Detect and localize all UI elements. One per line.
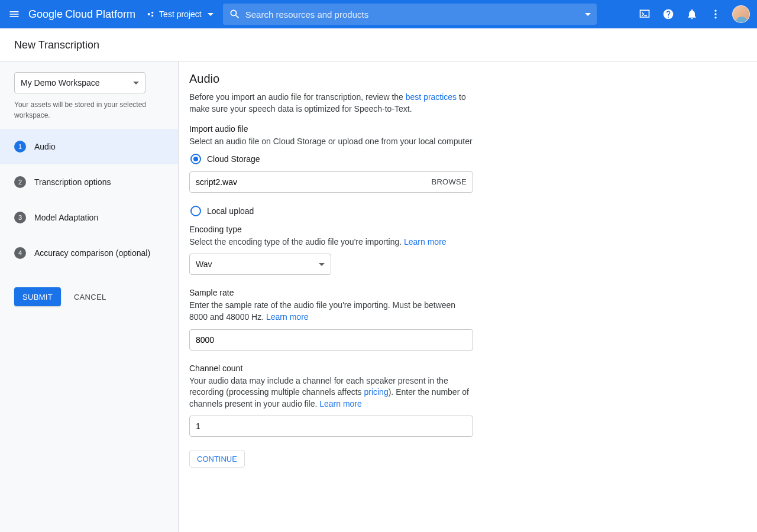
- hamburger-menu-icon[interactable]: [7, 7, 21, 21]
- step-label: Accuracy comparison (optional): [34, 248, 150, 258]
- project-name: Test project: [159, 9, 202, 19]
- audio-file-input-wrap: BROWSE: [189, 171, 473, 193]
- radio-local-upload[interactable]: Local upload: [190, 206, 473, 216]
- channel-count-desc: Your audio data may include a channel fo…: [189, 375, 473, 410]
- search-bar[interactable]: [223, 4, 597, 25]
- project-selector[interactable]: Test project: [146, 9, 213, 19]
- radio-checked-icon: [190, 154, 201, 164]
- encoding-label: Encoding type: [189, 225, 473, 234]
- search-icon: [229, 8, 241, 20]
- step-model-adaptation[interactable]: 3 Model Adaptation: [0, 200, 178, 235]
- channel-count-input-wrap: [189, 416, 473, 437]
- cloud-shell-icon[interactable]: [638, 7, 652, 21]
- encoding-desc: Select the encoding type of the audio fi…: [189, 236, 473, 248]
- step-label: Transcription options: [34, 177, 111, 187]
- import-audio-label: Import audio file: [189, 124, 473, 134]
- sidebar: My Demo Workspace Your assets will be st…: [0, 61, 179, 532]
- step-number: 1: [14, 141, 26, 153]
- search-input[interactable]: [245, 9, 580, 20]
- page-title: New Transcription: [0, 28, 757, 61]
- step-accuracy-comparison[interactable]: 4 Accuracy comparison (optional): [0, 235, 178, 271]
- audio-intro: Before you import an audio file for tran…: [189, 92, 473, 115]
- step-number: 2: [14, 176, 26, 188]
- best-practices-link[interactable]: best practices: [406, 92, 457, 102]
- browse-button[interactable]: BROWSE: [431, 177, 467, 186]
- radio-label: Local upload: [207, 206, 254, 216]
- main-content: Audio Before you import an audio file fo…: [179, 61, 757, 532]
- workspace-help-text: Your assets will be stored in your selec…: [0, 99, 178, 129]
- sample-rate-input-wrap: [189, 329, 473, 351]
- header-right-icons: [638, 5, 750, 23]
- workspace-value: My Demo Workspace: [21, 78, 100, 87]
- audio-file-input[interactable]: [196, 177, 431, 187]
- submit-button[interactable]: SUBMIT: [14, 287, 61, 306]
- logo-platform: Cloud Platform: [65, 8, 135, 21]
- workspace-select[interactable]: My Demo Workspace: [14, 72, 145, 93]
- project-icon: [146, 9, 156, 19]
- cancel-button[interactable]: CANCEL: [74, 293, 106, 301]
- step-transcription-options[interactable]: 2 Transcription options: [0, 164, 178, 200]
- chevron-down-icon: [133, 82, 139, 85]
- channel-count-input[interactable]: [196, 421, 467, 431]
- sample-rate-input[interactable]: [196, 335, 467, 345]
- step-number: 3: [14, 212, 26, 223]
- encoding-learn-more-link[interactable]: Learn more: [404, 237, 447, 246]
- svg-point-2: [151, 15, 153, 17]
- channel-count-label: Channel count: [189, 364, 473, 373]
- step-audio[interactable]: 1 Audio: [0, 129, 178, 164]
- help-icon[interactable]: [661, 7, 675, 21]
- sidebar-actions: SUBMIT CANCEL: [0, 271, 178, 323]
- import-audio-desc: Select an audio file on Cloud Storage or…: [189, 136, 473, 148]
- svg-point-5: [714, 17, 716, 18]
- radio-label: Cloud Storage: [207, 154, 260, 164]
- svg-point-1: [151, 12, 153, 14]
- step-label: Model Adaptation: [34, 213, 98, 222]
- svg-point-3: [714, 10, 716, 12]
- top-header: Google Cloud Platform Test project: [0, 0, 757, 28]
- svg-point-0: [148, 13, 150, 15]
- search-scope-chevron-icon[interactable]: [585, 13, 591, 16]
- sample-learn-more-link[interactable]: Learn more: [266, 312, 309, 322]
- step-list: 1 Audio 2 Transcription options 3 Model …: [0, 129, 178, 271]
- radio-unchecked-icon: [190, 206, 201, 216]
- radio-cloud-storage[interactable]: Cloud Storage: [190, 154, 473, 164]
- sample-rate-label: Sample rate: [189, 288, 473, 297]
- gcp-logo[interactable]: Google Cloud Platform: [28, 8, 135, 21]
- encoding-value: Wav: [196, 259, 212, 269]
- svg-point-4: [714, 13, 716, 15]
- notifications-icon[interactable]: [685, 7, 699, 21]
- pricing-link[interactable]: pricing: [364, 387, 388, 397]
- encoding-select[interactable]: Wav: [189, 254, 331, 275]
- more-icon[interactable]: [709, 7, 723, 21]
- step-number: 4: [14, 247, 26, 259]
- user-avatar[interactable]: [732, 5, 750, 23]
- chevron-down-icon: [319, 263, 325, 266]
- audio-section-title: Audio: [189, 72, 473, 86]
- continue-button[interactable]: CONTINUE: [189, 450, 245, 468]
- logo-google: Google: [28, 8, 63, 21]
- sample-rate-desc: Enter the sample rate of the audio file …: [189, 300, 473, 323]
- channel-learn-more-link[interactable]: Learn more: [319, 399, 362, 408]
- chevron-down-icon: [208, 13, 213, 16]
- step-label: Audio: [34, 142, 56, 151]
